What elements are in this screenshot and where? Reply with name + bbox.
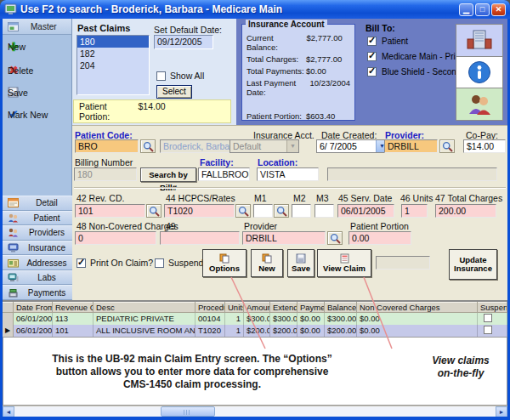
cell-amount[interactable]: $300.00 <box>244 313 270 325</box>
sidebar-item-providers[interactable]: Providers <box>3 225 72 241</box>
table-row[interactable]: ▶ 06/01/2005 101 ALL INCLUSIVE ROOM AND … <box>3 325 507 337</box>
close-icon[interactable]: ✕ <box>491 3 506 16</box>
scrollbar-thumb[interactable] <box>161 406 215 417</box>
column-header[interactable]: Units <box>225 302 244 312</box>
view-claim-button[interactable]: View Claim <box>317 249 371 277</box>
rev-cd-search-button[interactable] <box>146 204 162 218</box>
location-input[interactable]: VISTA <box>257 167 319 181</box>
sidebar-action-mark-new[interactable]: ✔ Mark New <box>3 103 71 126</box>
list-item[interactable]: 182 <box>77 48 149 60</box>
suspended-cell-checkbox[interactable] <box>484 314 492 322</box>
serv-date-input[interactable]: 06/01/2005 <box>337 204 394 218</box>
column-header[interactable]: Non Covered Charges <box>357 302 478 312</box>
cell-procedure[interactable]: 00104 <box>196 313 225 325</box>
column-header[interactable]: Revenue Code <box>53 302 94 312</box>
cell-payments[interactable]: $0.00 <box>298 325 325 337</box>
cell-amount[interactable]: $200.00 <box>244 325 270 337</box>
column-header[interactable]: Procedure <box>196 302 225 312</box>
list-item[interactable]: 180 <box>77 36 149 48</box>
column-header[interactable]: Suspended <box>478 302 507 312</box>
cell-desc[interactable]: PEDIATRIC PRIVATE <box>94 313 196 325</box>
co-pay-input[interactable]: $14.00 <box>463 139 506 153</box>
facility-button[interactable] <box>456 25 502 57</box>
options-button[interactable]: Options <box>202 249 246 277</box>
cell-desc[interactable]: ALL INCLUSIVE ROOM AND BOARD <box>94 325 196 337</box>
sidebar-item-insurance[interactable]: Insurance <box>3 241 72 256</box>
column-header[interactable]: Extended <box>270 302 298 312</box>
field-49-input[interactable] <box>160 231 240 245</box>
select-button[interactable]: Select <box>156 85 192 99</box>
minimize-icon[interactable]: ▁ <box>459 3 473 16</box>
units-input[interactable]: 1 <box>401 204 428 218</box>
cell-non-covered[interactable]: $0.00 <box>357 313 478 325</box>
show-all-checkbox[interactable] <box>156 71 166 81</box>
sidebar-header-master[interactable]: Master <box>3 19 71 35</box>
cell-revenue-code[interactable]: 101 <box>53 325 94 337</box>
sidebar-action-delete[interactable]: ✖ Delete <box>3 59 71 82</box>
table-row[interactable]: 06/01/2005 113 PEDIATRIC PRIVATE 00104 1… <box>3 313 507 325</box>
new-line-button[interactable]: New <box>251 249 283 277</box>
sidebar-action-new[interactable]: ✚ New <box>3 35 71 59</box>
cell-revenue-code[interactable]: 113 <box>53 313 94 325</box>
cell-units[interactable]: 1 <box>225 325 244 337</box>
sidebar-item-labs[interactable]: Labs <box>3 270 72 286</box>
sidebar-item-patient[interactable]: Patient <box>3 211 72 226</box>
column-header[interactable]: Desc <box>94 302 196 312</box>
bill-to-patient-checkbox[interactable] <box>367 37 377 46</box>
print-on-claim-checkbox[interactable] <box>76 258 86 268</box>
row-selector-active[interactable]: ▶ <box>3 325 14 337</box>
bill-to-medicare-checkbox[interactable] <box>367 52 377 61</box>
patient-code-search-button[interactable] <box>140 139 156 153</box>
column-header[interactable]: Payments <box>298 302 325 312</box>
sidebar-item-addresses[interactable]: Addresses <box>3 255 72 270</box>
cell-procedure[interactable]: T1020 <box>196 325 225 337</box>
m1-input[interactable] <box>253 204 273 218</box>
update-insurance-button[interactable]: Update Insurance <box>449 249 497 280</box>
patients-button[interactable] <box>456 88 502 120</box>
cell-payments[interactable]: $0.00 <box>298 313 325 325</box>
detail-provider-search-button[interactable] <box>327 231 343 245</box>
scrollbar-track[interactable] <box>14 406 496 417</box>
cell-date-from[interactable]: 06/01/2005 <box>14 313 53 325</box>
m3-input[interactable] <box>314 204 334 218</box>
detail-provider-input[interactable]: DRBILL <box>242 231 326 245</box>
suspended-cell-checkbox[interactable] <box>484 326 492 334</box>
sidebar-action-save[interactable]: Save <box>3 82 71 103</box>
m1-search-button[interactable] <box>274 204 289 218</box>
cell-extended[interactable]: $200.00 <box>270 325 298 337</box>
hcpcs-search-button[interactable] <box>235 204 251 218</box>
search-by-bill-button[interactable]: Search by Bill# <box>140 167 196 182</box>
patient-code-input[interactable]: BRO <box>75 139 139 153</box>
cell-extended[interactable]: $300.00 <box>270 313 298 325</box>
provider-search-button[interactable] <box>439 139 455 153</box>
cell-units[interactable]: 1 <box>225 313 244 325</box>
row-selector[interactable] <box>3 313 14 325</box>
cell-suspended[interactable] <box>478 325 507 337</box>
cell-date-from[interactable]: 06/01/2005 <box>14 325 53 337</box>
save-line-button[interactable]: Save <box>287 249 314 277</box>
suspended-checkbox[interactable] <box>155 258 164 268</box>
column-header[interactable]: Amount <box>244 302 270 312</box>
cell-balance[interactable]: $200.00 <box>325 325 357 337</box>
rev-cd-input[interactable]: 101 <box>75 204 145 218</box>
cell-balance[interactable]: $300.00 <box>325 313 357 325</box>
maximize-icon[interactable]: □ <box>475 3 490 16</box>
default-date-input[interactable]: 09/12/2005 <box>154 35 213 49</box>
m2-input[interactable] <box>292 204 311 218</box>
cell-non-covered[interactable]: $0.00 <box>357 325 478 337</box>
hcpcs-input[interactable]: T1020 <box>164 204 235 218</box>
column-header[interactable]: Date From <box>14 302 53 312</box>
facility-input[interactable]: FALLBROOK <box>198 167 250 181</box>
total-charges-input[interactable]: 200.00 <box>435 204 496 218</box>
column-header[interactable]: Balance <box>325 302 357 312</box>
provider-input[interactable]: DRBILL <box>384 139 438 153</box>
cell-suspended[interactable] <box>478 313 507 325</box>
list-item[interactable]: 204 <box>77 60 149 71</box>
sidebar-item-detail[interactable]: Detail <box>3 196 72 211</box>
info-button[interactable] <box>456 57 502 89</box>
non-covered-input[interactable]: 0 <box>75 231 156 245</box>
sidebar-item-payments[interactable]: Payments <box>3 285 72 300</box>
bill-to-blueshield-checkbox[interactable] <box>367 67 377 77</box>
detail-patient-portion-input[interactable]: 0.00 <box>348 231 411 245</box>
date-created-dropdown[interactable]: 6/ 7/2005 ▼ <box>316 139 388 153</box>
